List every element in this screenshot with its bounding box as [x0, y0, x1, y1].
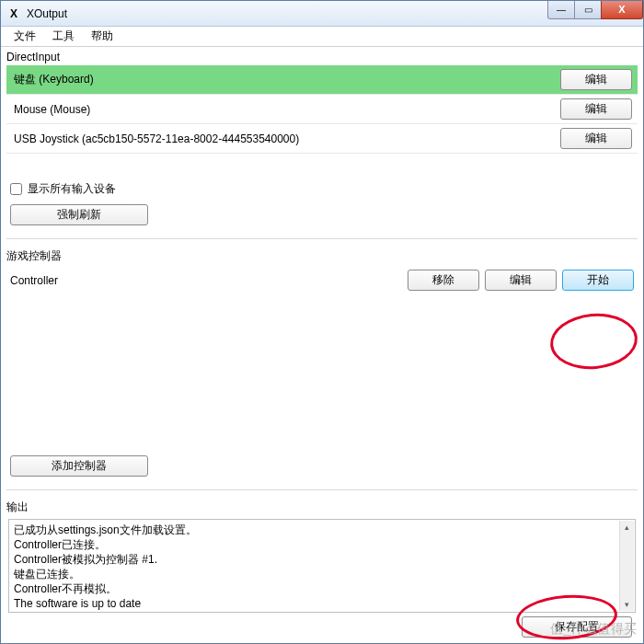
menu-help[interactable]: 帮助 [84, 27, 121, 46]
window-title: XOutput [27, 7, 67, 20]
log-line: Controller已连接。 [14, 537, 630, 552]
log-line: Controller不再模拟。 [14, 581, 630, 596]
device-list: 键盘 (Keyboard) 编辑 Mouse (Mouse) 编辑 USB Jo… [6, 65, 638, 154]
device-row[interactable]: Mouse (Mouse) 编辑 [6, 95, 638, 124]
maximize-button[interactable]: ▭ [574, 1, 602, 19]
watermark: 值_什么值得买 [550, 621, 638, 638]
menubar: 文件 工具 帮助 [1, 27, 643, 47]
log-line: 已成功从settings.json文件加载设置。 [14, 523, 630, 537]
edit-button[interactable]: 编辑 [560, 69, 632, 90]
close-button[interactable]: X [601, 1, 643, 19]
remove-button[interactable]: 移除 [408, 270, 479, 291]
log-line: Controller被模拟为控制器 #1. [14, 552, 630, 567]
section-game-controllers: 游戏控制器 [6, 247, 638, 266]
menu-file[interactable]: 文件 [6, 27, 43, 46]
edit-button[interactable]: 编辑 [560, 98, 632, 120]
force-refresh-button[interactable]: 强制刷新 [10, 204, 148, 225]
device-name: Mouse (Mouse) [14, 103, 90, 116]
output-log: 已成功从settings.json文件加载设置。 Controller已连接。 … [8, 519, 636, 613]
edit-button[interactable]: 编辑 [560, 128, 632, 149]
minimize-button[interactable]: — [547, 1, 575, 19]
log-line: The software is up to date [14, 596, 630, 611]
titlebar: X XOutput — ▭ X [1, 1, 643, 27]
edit-controller-button[interactable]: 编辑 [485, 270, 557, 291]
show-all-devices-checkbox[interactable] [10, 183, 22, 195]
section-directinput: DirectInput [6, 49, 638, 65]
scrollbar[interactable]: ▴ ▾ [619, 521, 634, 611]
menu-tools[interactable]: 工具 [45, 27, 82, 46]
device-row[interactable]: USB Joystick (ac5cb150-5572-11ea-8002-44… [6, 124, 638, 154]
start-button[interactable]: 开始 [562, 270, 634, 291]
add-controller-button[interactable]: 添加控制器 [10, 455, 148, 477]
device-name: 键盘 (Keyboard) [14, 72, 94, 87]
scroll-down-icon[interactable]: ▾ [621, 598, 634, 611]
device-row[interactable]: 键盘 (Keyboard) 编辑 [6, 65, 638, 95]
scroll-up-icon[interactable]: ▴ [621, 521, 634, 534]
section-output: 输出 [6, 498, 638, 517]
log-line: 键盘已连接。 [14, 567, 630, 581]
app-icon: X [6, 6, 21, 21]
show-all-devices-label: 显示所有输入设备 [28, 181, 116, 197]
controller-name: Controller [10, 274, 58, 287]
device-name: USB Joystick (ac5cb150-5572-11ea-8002-44… [14, 132, 299, 145]
